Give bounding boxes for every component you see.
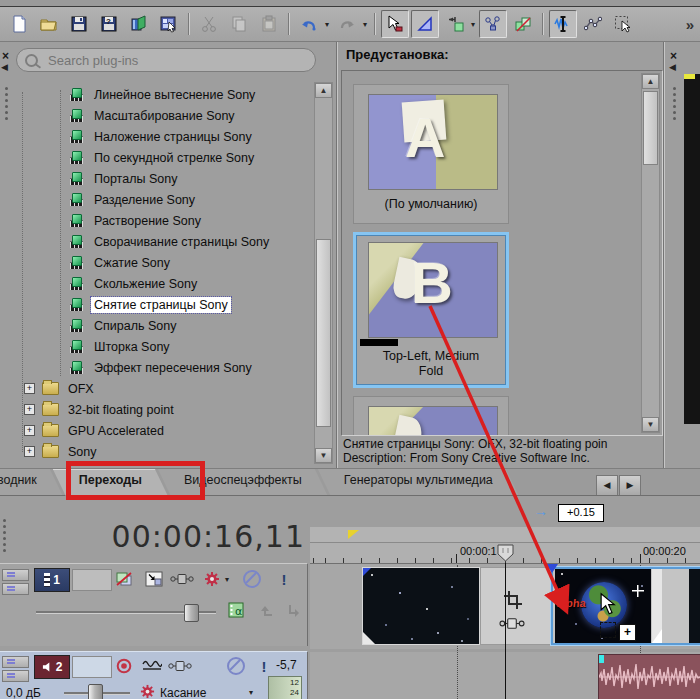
auto-ripple-button[interactable] bbox=[549, 10, 577, 38]
tree-scrollbar[interactable]: ▲ ▼ bbox=[314, 82, 333, 464]
normal-edit-tool-button[interactable] bbox=[381, 10, 409, 38]
loop-region-marker[interactable] bbox=[348, 530, 359, 539]
ignore-event-grouping-button[interactable] bbox=[509, 10, 537, 38]
track-motion-button[interactable] bbox=[142, 568, 166, 590]
window-tab[interactable]: оводник bbox=[0, 469, 63, 496]
plugin-tree-item[interactable]: + По секундной стрелке Sony bbox=[16, 147, 312, 168]
insert-envelope-button[interactable] bbox=[579, 10, 607, 38]
audio-event[interactable] bbox=[598, 654, 700, 699]
track-fx-button[interactable] bbox=[168, 655, 192, 677]
import-media-button[interactable] bbox=[155, 10, 183, 38]
audio-track-header[interactable]: 2 ! -5,7 0,0 дБ Касание ▾ 12 24 bbox=[0, 651, 308, 699]
expand-plus-icon[interactable]: + bbox=[24, 446, 35, 457]
search-input[interactable] bbox=[46, 52, 307, 69]
preset-next-partial[interactable] bbox=[353, 396, 509, 436]
expand-plus-icon[interactable]: + bbox=[24, 404, 35, 415]
tab-scroll-right-button[interactable]: ▶ bbox=[619, 475, 641, 496]
expand-layers-dropdown[interactable]: ▾ bbox=[468, 20, 478, 29]
plugin-tree-item[interactable]: + Масштабирование Sony bbox=[16, 105, 312, 126]
undo-button[interactable] bbox=[295, 10, 323, 38]
marker-bar[interactable] bbox=[310, 527, 700, 543]
slider-handle[interactable] bbox=[184, 604, 199, 622]
cut-button[interactable] bbox=[195, 10, 223, 38]
panel-grip-handle[interactable] bbox=[673, 84, 676, 123]
plugin-search-box[interactable] bbox=[16, 48, 316, 72]
preset-default[interactable]: A (По умолчанию) bbox=[353, 84, 509, 224]
plugin-tree-item[interactable]: + Скольжение Sony bbox=[16, 273, 312, 294]
panel-divider[interactable] bbox=[336, 42, 338, 468]
automation-dropdown[interactable]: ▾ bbox=[222, 575, 232, 584]
open-project-button[interactable] bbox=[35, 10, 63, 38]
automation-mode-dropdown[interactable]: ▾ bbox=[246, 688, 256, 697]
scrollbar-thumb[interactable] bbox=[316, 239, 331, 427]
scroll-up-button[interactable]: ▲ bbox=[315, 83, 332, 98]
window-tab[interactable]: Генераторы мультимедиа bbox=[318, 469, 519, 496]
scroll-up-button[interactable]: ▲ bbox=[642, 74, 659, 89]
event-pan-crop-button[interactable] bbox=[503, 590, 523, 614]
track-minimize-button[interactable] bbox=[2, 656, 29, 668]
track-number-button[interactable]: 2 bbox=[34, 655, 70, 679]
track-number-button[interactable]: 1 bbox=[34, 568, 70, 592]
plugin-tree-item[interactable]: + OFX bbox=[16, 378, 312, 399]
track-fx-button[interactable] bbox=[170, 568, 194, 590]
event-fx-button[interactable] bbox=[499, 616, 525, 635]
plugin-tree-item[interactable]: + Сворачивание страницы Sony bbox=[16, 231, 312, 252]
plugin-tree-item[interactable]: + Sony bbox=[16, 441, 312, 462]
render-as-button[interactable] bbox=[125, 10, 153, 38]
automation-mode-button[interactable] bbox=[138, 680, 156, 699]
solo-button[interactable]: ! bbox=[272, 568, 296, 590]
plugin-tree-item[interactable]: + Линейное вытеснение Sony bbox=[16, 84, 312, 105]
scroll-down-button[interactable]: ▼ bbox=[315, 448, 332, 463]
envelope-button[interactable] bbox=[140, 655, 164, 677]
preset-scrollbar[interactable]: ▲ ▼ bbox=[641, 73, 660, 433]
plugin-tree-item[interactable]: + 32-bit floating point bbox=[16, 399, 312, 420]
scrollbar-thumb[interactable] bbox=[643, 91, 658, 165]
fade-out-handle[interactable] bbox=[652, 569, 662, 643]
envelope-edit-tool-button[interactable] bbox=[411, 10, 439, 38]
plugin-window-collapse-button[interactable]: ◀ bbox=[1, 62, 8, 72]
redo-dropdown[interactable]: ▾ bbox=[360, 20, 370, 29]
track-restore-button[interactable] bbox=[2, 583, 29, 595]
bypass-motion-blur-button[interactable] bbox=[112, 568, 136, 590]
copy-button[interactable] bbox=[225, 10, 253, 38]
slider-handle[interactable] bbox=[88, 684, 103, 699]
track-layer-button[interactable] bbox=[282, 600, 306, 622]
plugin-tree-item[interactable]: + Шторка Sony bbox=[16, 336, 312, 357]
selection-edit-tool-button[interactable] bbox=[609, 10, 637, 38]
undo-dropdown[interactable]: ▾ bbox=[322, 20, 332, 29]
video-track-header[interactable]: 1 ▾ ! α bbox=[0, 563, 308, 646]
compositing-mode-button[interactable]: α bbox=[226, 600, 250, 622]
expand-track-layers-button[interactable] bbox=[441, 10, 469, 38]
expand-plus-icon[interactable]: + bbox=[24, 383, 35, 394]
scroll-down-button[interactable]: ▼ bbox=[642, 417, 659, 432]
panel-divider[interactable] bbox=[663, 42, 665, 468]
save-project-button[interactable] bbox=[65, 10, 93, 38]
fade-in-handle[interactable] bbox=[363, 632, 375, 644]
mute-button[interactable] bbox=[224, 655, 248, 677]
plugin-tree-item[interactable]: + Сжатие Sony bbox=[16, 252, 312, 273]
redo-button[interactable] bbox=[333, 10, 361, 38]
track-minimize-button[interactable] bbox=[2, 569, 29, 581]
panel-grip-handle[interactable] bbox=[5, 84, 8, 123]
toolbar-overflow-chevron[interactable]: » bbox=[686, 16, 696, 33]
expand-plus-icon[interactable]: + bbox=[24, 425, 35, 436]
solo-button[interactable]: ! bbox=[252, 655, 276, 677]
plugin-tree-item[interactable]: + Наложение страницы Sony bbox=[16, 126, 312, 147]
lock-envelopes-button[interactable] bbox=[479, 10, 507, 38]
video-event-1[interactable] bbox=[362, 567, 480, 645]
track-name-field[interactable] bbox=[72, 569, 112, 591]
paste-button[interactable] bbox=[255, 10, 283, 38]
playhead-line[interactable] bbox=[505, 563, 506, 699]
mute-button[interactable] bbox=[240, 568, 264, 590]
track-restore-button[interactable] bbox=[2, 670, 29, 682]
plugin-tree-item[interactable]: + Порталы Sony bbox=[16, 168, 312, 189]
plugin-tree-item[interactable]: + Разделение Sony bbox=[16, 189, 312, 210]
timecode-display[interactable]: 00:00:16,11 bbox=[0, 519, 305, 554]
preview-window-collapse-button[interactable]: ◀ bbox=[669, 62, 676, 72]
preset-top-left-medium-fold[interactable]: B Top-Left, Medium Fold bbox=[353, 232, 509, 388]
project-properties-button[interactable]: ? bbox=[95, 10, 123, 38]
record-arm-button[interactable] bbox=[112, 655, 136, 677]
new-project-button[interactable] bbox=[5, 10, 33, 38]
tab-scroll-left-button[interactable]: ◀ bbox=[596, 475, 618, 496]
plugin-tree-item[interactable]: + Спираль Sony bbox=[16, 315, 312, 336]
